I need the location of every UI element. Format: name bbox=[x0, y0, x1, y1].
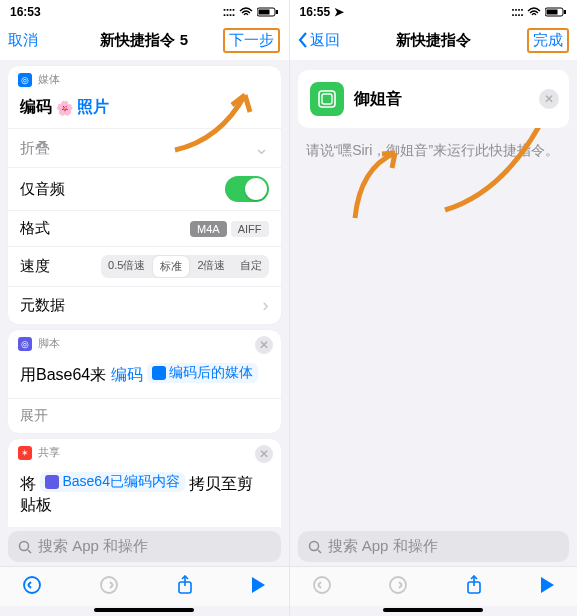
svg-point-5 bbox=[24, 577, 40, 593]
photos-icon: 🌸 bbox=[56, 100, 73, 116]
page-title: 新快捷指令 bbox=[396, 31, 471, 50]
chip-icon bbox=[152, 366, 166, 380]
share-icon: ✶ bbox=[18, 446, 32, 460]
svg-rect-2 bbox=[276, 10, 278, 14]
shortcut-name[interactable]: 御姐音 bbox=[354, 89, 402, 110]
next-button[interactable]: 下一步 bbox=[223, 28, 280, 53]
delete-action-button[interactable]: ✕ bbox=[255, 445, 273, 463]
speed-2x[interactable]: 2倍速 bbox=[190, 255, 232, 278]
svg-rect-1 bbox=[258, 10, 269, 15]
speed-std[interactable]: 标准 bbox=[153, 256, 189, 277]
b64-encode[interactable]: 编码 bbox=[111, 366, 143, 383]
battery-icon bbox=[257, 7, 279, 17]
battery-icon bbox=[545, 7, 567, 17]
clip-prefix: 将 bbox=[20, 475, 36, 492]
svg-point-6 bbox=[101, 577, 117, 593]
svg-line-4 bbox=[28, 550, 31, 553]
chevron-down-icon[interactable]: ⌄ bbox=[254, 137, 269, 159]
format-m4a[interactable]: M4A bbox=[190, 221, 227, 237]
metadata-label[interactable]: 元数据 bbox=[20, 296, 65, 315]
svg-point-17 bbox=[390, 577, 406, 593]
share-button[interactable] bbox=[176, 575, 194, 599]
redo-button[interactable] bbox=[388, 575, 408, 599]
clip-chip[interactable]: Base64已编码内容 bbox=[40, 472, 184, 492]
location-icon: ➤ bbox=[334, 5, 344, 19]
speed-label: 速度 bbox=[20, 257, 50, 276]
b64-prefix: 用Base64来 bbox=[20, 366, 106, 383]
status-time: 16:53 bbox=[10, 5, 41, 19]
audio-only-toggle[interactable] bbox=[225, 176, 269, 202]
speed-selector[interactable]: 0.5倍速 标准 2倍速 自定 bbox=[101, 255, 268, 278]
wifi-icon bbox=[527, 7, 541, 17]
play-button[interactable] bbox=[539, 576, 555, 598]
nav-bar: 返回 新快捷指令 完成 bbox=[290, 20, 578, 60]
bottom-toolbar bbox=[290, 566, 578, 606]
svg-rect-11 bbox=[564, 10, 566, 14]
chevron-right-icon: › bbox=[263, 295, 269, 316]
wifi-icon bbox=[239, 7, 253, 17]
media-icon: ◎ bbox=[18, 73, 32, 87]
shortcut-icon[interactable] bbox=[310, 82, 344, 116]
page-title: 新快捷指令 5 bbox=[100, 31, 188, 50]
nav-bar: 取消 新快捷指令 5 下一步 bbox=[0, 20, 289, 60]
audio-only-label: 仅音频 bbox=[20, 180, 65, 199]
svg-point-16 bbox=[314, 577, 330, 593]
signal-icon: :::: bbox=[511, 5, 523, 19]
action-prefix: 编码 bbox=[20, 97, 52, 118]
speed-custom[interactable]: 自定 bbox=[233, 255, 269, 278]
action-card-clipboard: ✶ 共享 ✕ 将 Base64已编码内容 拷贝至剪贴板 展开 bbox=[8, 439, 281, 527]
redo-button[interactable] bbox=[99, 575, 119, 599]
home-indicator bbox=[383, 608, 483, 612]
chip-icon bbox=[45, 475, 59, 489]
svg-rect-10 bbox=[547, 10, 558, 15]
b64-chip[interactable]: 编码后的媒体 bbox=[147, 363, 258, 383]
content-area: 御姐音 ✕ 请说“嘿Siri，御姐音”来运行此快捷指令。 bbox=[290, 60, 578, 527]
search-icon bbox=[308, 540, 322, 554]
phone-right: 16:55 ➤ :::: 返回 新快捷指令 完成 bbox=[289, 0, 578, 616]
svg-point-14 bbox=[309, 541, 318, 550]
action-card-encode-media: ◎ 媒体 编码 🌸 照片 折叠 ⌄ 仅音频 格式 bbox=[8, 66, 281, 324]
svg-line-15 bbox=[318, 550, 321, 553]
status-bar: 16:55 ➤ :::: bbox=[290, 0, 578, 20]
chevron-left-icon bbox=[298, 32, 308, 48]
format-aiff[interactable]: AIFF bbox=[231, 221, 269, 237]
card-badge: 脚本 bbox=[38, 336, 60, 351]
content-area: ◎ 媒体 编码 🌸 照片 折叠 ⌄ 仅音频 格式 bbox=[0, 60, 289, 527]
home-indicator bbox=[94, 608, 194, 612]
shortcut-name-card[interactable]: 御姐音 ✕ bbox=[298, 70, 570, 128]
action-card-base64: ◎ 脚本 ✕ 用Base64来 编码 编码后的媒体 展开 bbox=[8, 330, 281, 433]
card-badge: 共享 bbox=[38, 445, 60, 460]
expand-button[interactable]: 展开 bbox=[8, 398, 281, 433]
format-label: 格式 bbox=[20, 219, 50, 238]
phone-left: 16:53 :::: 取消 新快捷指令 5 下一步 ◎ 媒体 bbox=[0, 0, 289, 616]
search-placeholder: 搜索 App 和操作 bbox=[328, 537, 438, 556]
clear-name-button[interactable]: ✕ bbox=[539, 89, 559, 109]
signal-icon: :::: bbox=[223, 5, 235, 19]
status-bar: 16:53 :::: bbox=[0, 0, 289, 20]
card-badge: 媒体 bbox=[38, 72, 60, 87]
back-button[interactable]: 返回 bbox=[298, 31, 358, 50]
undo-button[interactable] bbox=[22, 575, 42, 599]
svg-point-3 bbox=[20, 541, 29, 550]
search-input[interactable]: 搜索 App 和操作 bbox=[298, 531, 570, 562]
action-token-photos[interactable]: 照片 bbox=[77, 97, 109, 118]
format-selector[interactable]: M4A AIFF bbox=[190, 221, 268, 237]
delete-action-button[interactable]: ✕ bbox=[255, 336, 273, 354]
search-input[interactable]: 搜索 App 和操作 bbox=[8, 531, 281, 562]
search-icon bbox=[18, 540, 32, 554]
undo-button[interactable] bbox=[312, 575, 332, 599]
script-icon: ◎ bbox=[18, 337, 32, 351]
share-button[interactable] bbox=[465, 575, 483, 599]
bottom-toolbar bbox=[0, 566, 289, 606]
search-placeholder: 搜索 App 和操作 bbox=[38, 537, 148, 556]
done-button[interactable]: 完成 bbox=[527, 28, 569, 53]
speed-05[interactable]: 0.5倍速 bbox=[101, 255, 152, 278]
siri-hint: 请说“嘿Siri，御姐音”来运行此快捷指令。 bbox=[290, 138, 578, 164]
cancel-button[interactable]: 取消 bbox=[8, 31, 68, 50]
play-button[interactable] bbox=[250, 576, 266, 598]
status-time: 16:55 bbox=[300, 5, 331, 19]
svg-rect-13 bbox=[322, 94, 332, 104]
collapse-label[interactable]: 折叠 bbox=[20, 139, 50, 158]
